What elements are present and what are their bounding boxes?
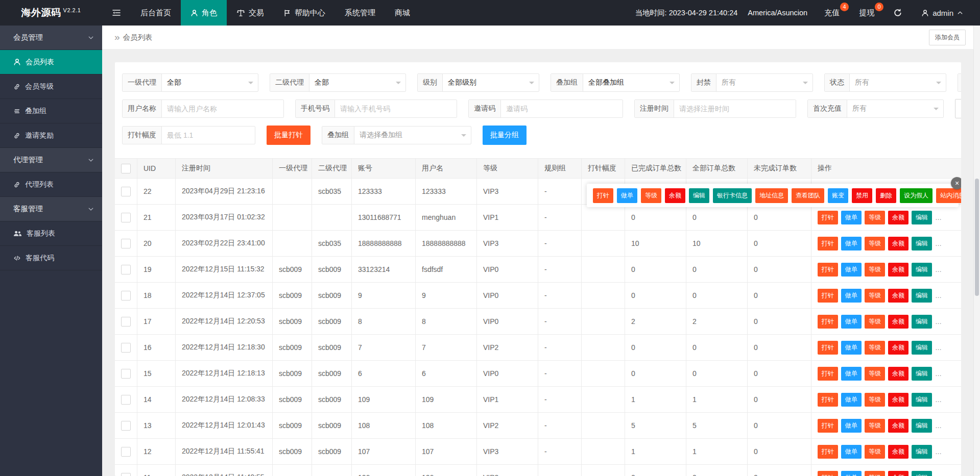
action-order-button[interactable]: 做单 <box>841 471 862 476</box>
action-balance-button[interactable]: 余额 <box>888 471 909 476</box>
action-balance-button[interactable]: 余额 <box>888 289 909 303</box>
batch-inject-button[interactable]: 批量打针 <box>267 126 310 145</box>
filter-level-select[interactable]: 全部级别 <box>443 74 539 91</box>
action-level-button[interactable]: 等级 <box>865 393 885 407</box>
action-balance-button[interactable]: 余额 <box>888 393 909 407</box>
filter-first-recharge-select[interactable]: 所有 <box>847 100 943 117</box>
filter-agent2-select[interactable]: 全部 <box>309 74 405 91</box>
action-edit-button[interactable]: 编辑 <box>912 211 932 224</box>
action-edit-button[interactable]: 编辑 <box>912 419 932 433</box>
action-level-button[interactable]: 等级 <box>865 445 885 459</box>
action-edit-button[interactable]: 编辑 <box>912 315 932 329</box>
nav-item-trade[interactable]: 交易 <box>227 0 274 26</box>
filter-username-input[interactable] <box>162 100 283 117</box>
action-edit-button[interactable]: 编辑 <box>912 237 932 250</box>
action-order-button[interactable]: 做单 <box>841 393 862 407</box>
popup-site-message-button[interactable]: 站内消息 <box>936 188 961 203</box>
filter-status-select[interactable]: 所有 <box>850 74 946 91</box>
action-level-button[interactable]: 等级 <box>865 341 885 355</box>
filter-reg-time-input[interactable] <box>674 100 796 117</box>
action-balance-button[interactable]: 余额 <box>888 237 909 250</box>
action-order-button[interactable]: 做单 <box>841 315 862 329</box>
search-button[interactable]: 搜 索 <box>955 99 961 118</box>
more-actions-button[interactable]: … <box>935 318 942 325</box>
action-balance-button[interactable]: 余额 <box>888 341 909 355</box>
action-balance-button[interactable]: 余额 <box>888 315 909 329</box>
action-level-button[interactable]: 等级 <box>865 315 885 329</box>
action-inject-button[interactable]: 打针 <box>818 237 838 250</box>
sidebar-group-service-mgmt[interactable]: 客服管理 <box>0 197 102 221</box>
sidebar-item-member-list[interactable]: 会员列表 <box>0 50 102 74</box>
action-order-button[interactable]: 做单 <box>841 263 862 277</box>
more-actions-button[interactable]: … <box>935 474 942 476</box>
more-actions-button[interactable]: … <box>935 266 942 273</box>
batch-stack-group-select[interactable]: 请选择叠加组 <box>354 127 471 144</box>
more-actions-button[interactable]: … <box>935 396 942 404</box>
sidebar-item-service-code[interactable]: 客服代码 <box>0 246 102 270</box>
popup-balance-button[interactable]: 余额 <box>665 188 685 203</box>
nav-item-system[interactable]: 系统管理 <box>335 0 385 26</box>
action-level-button[interactable]: 等级 <box>865 237 885 250</box>
action-inject-button[interactable]: 打针 <box>818 367 838 381</box>
action-order-button[interactable]: 做单 <box>841 419 862 433</box>
action-edit-button[interactable]: 编辑 <box>912 289 932 303</box>
more-actions-button[interactable]: … <box>935 240 942 247</box>
popup-ban-button[interactable]: 禁用 <box>852 188 872 203</box>
action-edit-button[interactable]: 编辑 <box>912 393 932 407</box>
action-inject-button[interactable]: 打针 <box>818 471 838 476</box>
popup-delete-button[interactable]: 删除 <box>876 188 896 203</box>
scrollbar[interactable] <box>973 26 980 476</box>
sidebar-group-agent-mgmt[interactable]: 代理管理 <box>0 148 102 172</box>
action-order-button[interactable]: 做单 <box>841 211 862 224</box>
nav-item-withdraw[interactable]: 提现 0 <box>849 0 884 26</box>
user-menu[interactable]: admin <box>912 0 973 26</box>
popup-edit-button[interactable]: 编辑 <box>689 188 709 203</box>
action-balance-button[interactable]: 余额 <box>888 211 909 224</box>
nav-item-role[interactable]: 角色 <box>181 0 227 26</box>
row-checkbox[interactable] <box>121 447 131 457</box>
more-actions-button[interactable]: … <box>935 422 942 430</box>
row-checkbox[interactable] <box>121 317 131 327</box>
action-level-button[interactable]: 等级 <box>865 289 885 303</box>
more-actions-button[interactable]: … <box>935 448 942 456</box>
popup-account-change-button[interactable]: 账变 <box>828 188 848 203</box>
popup-set-fake-button[interactable]: 设为假人 <box>900 188 933 203</box>
action-level-button[interactable]: 等级 <box>865 211 885 224</box>
popup-level-button[interactable]: 等级 <box>641 188 661 203</box>
action-inject-button[interactable]: 打针 <box>818 393 838 407</box>
action-order-button[interactable]: 做单 <box>841 237 862 250</box>
inject-range-input[interactable] <box>162 127 255 144</box>
sidebar-toggle[interactable] <box>102 0 131 26</box>
action-edit-button[interactable]: 编辑 <box>912 367 932 381</box>
refresh-button[interactable] <box>884 0 912 26</box>
action-inject-button[interactable]: 打针 <box>818 211 838 224</box>
add-member-button[interactable]: 添加会员 <box>929 30 966 45</box>
sidebar-item-service-list[interactable]: 客服列表 <box>0 221 102 246</box>
select-all-checkbox[interactable] <box>121 164 131 173</box>
nav-item-recharge[interactable]: 充值 4 <box>815 0 849 26</box>
nav-item-mall[interactable]: 商城 <box>385 0 420 26</box>
action-inject-button[interactable]: 打针 <box>818 315 838 329</box>
action-balance-button[interactable]: 余额 <box>888 263 909 277</box>
popup-bank-card-button[interactable]: 银行卡信息 <box>713 188 752 203</box>
action-order-button[interactable]: 做单 <box>841 289 862 303</box>
row-checkbox[interactable] <box>121 395 131 405</box>
nav-item-help[interactable]: 帮助中心 <box>274 0 335 26</box>
action-level-button[interactable]: 等级 <box>865 263 885 277</box>
more-actions-button[interactable]: … <box>935 344 942 352</box>
filter-phone-input[interactable] <box>335 100 457 117</box>
row-checkbox[interactable] <box>121 239 131 248</box>
sidebar-item-invite-reward[interactable]: 邀请奖励 <box>0 123 102 148</box>
action-level-button[interactable]: 等级 <box>865 419 885 433</box>
batch-group-button[interactable]: 批量分组 <box>483 126 527 145</box>
row-checkbox[interactable] <box>121 369 131 379</box>
row-checkbox[interactable] <box>121 187 131 196</box>
action-inject-button[interactable]: 打针 <box>818 263 838 277</box>
row-checkbox[interactable] <box>121 291 131 300</box>
sidebar-group-member-mgmt[interactable]: 会员管理 <box>0 26 102 50</box>
more-actions-button[interactable]: … <box>935 214 942 221</box>
action-edit-button[interactable]: 编辑 <box>912 263 932 277</box>
sidebar-item-member-level[interactable]: 会员等级 <box>0 74 102 99</box>
popup-address-button[interactable]: 地址信息 <box>755 188 788 203</box>
action-balance-button[interactable]: 余额 <box>888 419 909 433</box>
